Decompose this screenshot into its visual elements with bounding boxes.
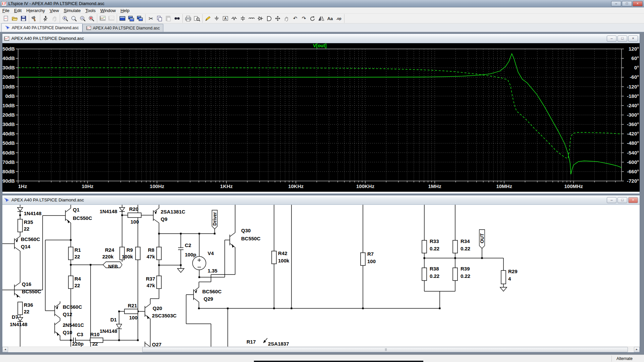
menu-hierarchy[interactable]: Hierarchy [24,8,47,13]
menu-view[interactable]: View [47,8,61,13]
component-label[interactable]: R10 [90,331,100,337]
component-label[interactable]: 0.22 [461,246,470,251]
scrollbar-thumb[interactable] [142,347,628,352]
capacitor-icon[interactable] [238,14,247,22]
component-label[interactable]: 100 [130,219,139,225]
zoom-in-icon[interactable] [61,14,70,22]
component-label[interactable]: C3 [77,331,83,337]
component-label[interactable]: D7 [12,314,18,320]
waveform-minimize-button[interactable]: – [607,36,616,42]
menu-window[interactable]: Window [98,8,118,13]
scrollbar-track[interactable] [8,347,634,352]
scroll-left-icon[interactable]: ◄ [2,347,8,352]
cut-icon[interactable]: ✂ [147,14,155,22]
inductor-icon[interactable] [247,14,256,22]
component-label[interactable]: R39 [461,266,470,272]
component-label[interactable]: Q30 [241,228,251,233]
component-label[interactable]: 1N4148 [24,210,42,216]
component-label[interactable]: Q16 [22,281,31,287]
component-label[interactable]: BC550C [22,289,41,294]
schematic-canvas[interactable]: 1N4148R3522BC560CQ14Q1BC550CR122R422Q16B… [2,205,640,347]
text-icon[interactable]: Aa [326,14,334,22]
print-icon[interactable] [184,14,193,22]
waveform-restore-button[interactable]: □ [618,36,627,42]
ground-icon[interactable] [212,14,221,22]
control-panel-icon[interactable] [30,14,39,22]
cascade-icon[interactable] [136,14,144,22]
component-label[interactable]: R34 [461,238,470,244]
copy-icon[interactable] [155,14,164,22]
transistor-symbols[interactable] [14,208,266,347]
component-label[interactable]: 100k [278,258,289,263]
component-label[interactable]: R33 [430,238,439,244]
component-label[interactable]: Q1 [73,207,79,213]
schematic-close-button[interactable]: × [628,197,638,203]
component-label[interactable]: 2SA1837 [268,341,289,347]
tile-vertical-icon[interactable] [118,14,127,22]
component-label[interactable]: R9 [126,247,133,253]
component-label[interactable]: 220k [102,254,114,259]
component-label[interactable]: R20 [129,206,139,212]
component-label[interactable]: R36 [24,302,33,308]
menu-help[interactable]: Help [118,8,132,13]
scroll-right-icon[interactable]: ► [634,347,640,352]
net-label-icon[interactable]: A [221,14,230,22]
waveform-close-button[interactable]: × [628,36,638,42]
component-label[interactable]: 220p [72,341,84,347]
save-icon[interactable] [19,14,28,22]
component-label[interactable]: R24 [105,247,114,253]
move-icon[interactable] [273,14,282,22]
component-label[interactable]: D1 [110,317,117,322]
diode-icon[interactable] [256,14,265,22]
component-label[interactable]: R35 [24,219,33,225]
component-label[interactable]: Q29 [204,296,213,302]
maximize-button[interactable]: □ [622,1,632,6]
redo-icon[interactable]: ↷ [300,14,308,22]
component-label[interactable]: 2SA1381C [161,209,185,215]
component-label[interactable]: 1N4148 [100,328,117,334]
component-label[interactable]: 4 [508,276,511,282]
print-preview-icon[interactable] [193,14,201,22]
tab-2-waveform[interactable]: APEX A40 PA LTSPICE Diamond.asc [83,24,164,32]
voltage-source-V4[interactable] [193,256,206,270]
waveform-plot-area[interactable]: 50dB40dB30dB20dB10dB0dB-10dB-20dB-30dB-4… [2,43,640,192]
component-label[interactable]: R1 [74,247,81,253]
wire-icon[interactable] [204,14,212,22]
net-flag-label[interactable]: NFB [108,264,118,269]
component-label[interactable]: R7 [367,251,374,257]
menu-file[interactable]: File [0,8,12,13]
zoom-out-icon[interactable] [78,14,87,22]
component-label[interactable]: R8 [148,247,154,253]
plot-settings-icon[interactable] [98,14,107,22]
component-label[interactable]: 1.35 [208,268,217,274]
component-label[interactable]: R21 [128,303,137,308]
component-label[interactable]: BC550C [241,236,261,241]
component-label[interactable]: BC560C [21,236,40,242]
horizontal-scrollbar[interactable]: ◄ ► [2,347,640,352]
component-label[interactable]: Q10 [63,329,72,335]
component-label[interactable]: 22 [74,283,80,288]
tile-horizontal-icon[interactable] [127,14,136,22]
component-label[interactable]: Q14 [21,244,31,249]
component-label[interactable]: R38 [430,266,439,272]
find-icon[interactable] [173,14,181,22]
component-label[interactable]: BC560C [202,289,222,294]
component-label[interactable]: 0.22 [461,273,470,279]
component-label[interactable]: R17 [247,339,256,345]
undo-icon[interactable]: ↶ [291,14,300,22]
menu-edit[interactable]: Edit [12,8,24,13]
component-label[interactable]: BC550C [73,215,92,221]
net-flag-label[interactable]: Driver [212,212,217,226]
component-label[interactable]: 1N4148 [100,208,117,214]
schematic-minimize-button[interactable]: – [607,197,616,203]
component-label[interactable]: R42 [278,250,287,256]
component-label[interactable]: 47k [147,254,155,259]
component-label[interactable]: 100p [185,252,196,257]
component-label[interactable]: 2N5401C [63,322,84,328]
spice-directive-icon[interactable]: .op [334,14,343,22]
new-schematic-icon[interactable] [2,14,10,22]
component-label[interactable]: Q12 [63,311,72,317]
run-icon[interactable] [41,14,50,22]
component-label[interactable]: 22 [92,341,98,347]
close-button[interactable]: × [633,1,643,6]
